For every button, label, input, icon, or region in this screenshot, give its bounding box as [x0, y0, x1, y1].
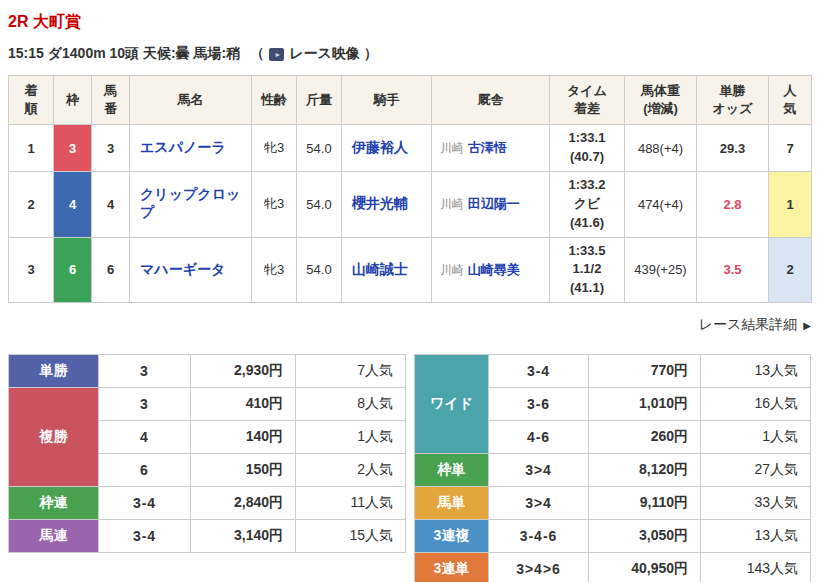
- trainer-link[interactable]: 古澤悟: [468, 140, 507, 155]
- popularity: 13人気: [701, 520, 811, 553]
- payout-table-right: ワイド 3-4 770円 13人気 3-6 1,010円 16人気 4-6 26…: [414, 354, 811, 582]
- jockey-link[interactable]: 櫻井光輔: [352, 195, 408, 211]
- popularity: 143人気: [701, 553, 811, 582]
- stable-cell: 川崎 田辺陽一: [432, 172, 550, 238]
- combination: 3-6: [489, 388, 589, 421]
- payout-amount: 9,110円: [589, 487, 701, 520]
- payout-amount: 2,840円: [191, 487, 296, 520]
- payout-amount: 150円: [191, 454, 296, 487]
- combination: 3: [99, 388, 191, 421]
- payout-section: 単勝 3 2,930円 7人気 複勝 3 410円 8人気 4 140円 1人気…: [8, 354, 811, 582]
- jockey-link[interactable]: 伊藤裕人: [352, 139, 408, 155]
- paren-close: ）: [364, 45, 378, 63]
- bet-type-tansho: 単勝: [9, 355, 99, 388]
- popularity: 11人気: [296, 487, 406, 520]
- race-video-label: レース映像: [289, 45, 360, 63]
- sex-age: 牝3: [252, 125, 297, 172]
- sex-age: 牝3: [252, 172, 297, 238]
- favorite-rank: 1: [769, 172, 812, 238]
- payout-amount: 3,140円: [191, 520, 296, 553]
- payout-amount: 770円: [589, 355, 701, 388]
- race-conditions: 15:15 ダ1400m 10頭 天候:曇 馬場:稍: [8, 45, 240, 63]
- col-header-weight: 斤量: [297, 76, 342, 125]
- popularity: 16人気: [701, 388, 811, 421]
- stable-area: 川崎: [440, 141, 464, 155]
- horse-number: 6: [92, 237, 130, 303]
- horse-link[interactable]: エスパノーラ: [140, 139, 226, 155]
- payout-amount: 8,120円: [589, 454, 701, 487]
- payout-row-umaren: 馬連 3-4 3,140円 15人気: [9, 520, 406, 553]
- favorite-rank: 2: [769, 237, 812, 303]
- race-detail-row: レース結果詳細▶: [8, 316, 811, 334]
- time-margin: 1:33.5 1.1/2 (41.1): [550, 237, 625, 303]
- payout-row-sanrenpuku: 3連複 3-4-6 3,050円 13人気: [415, 520, 811, 553]
- time-margin: 1:33.1 (40.7): [550, 125, 625, 172]
- stable-cell: 川崎 古澤悟: [432, 125, 550, 172]
- jockey-cell: 櫻井光輔: [342, 172, 432, 238]
- payout-row-umatan: 馬単 3>4 9,110円 33人気: [415, 487, 811, 520]
- horse-name-cell: マハーギータ: [130, 237, 252, 303]
- col-header-odds: 単勝 オッズ: [697, 76, 769, 125]
- col-header-jockey: 騎手: [342, 76, 432, 125]
- combination: 3: [99, 355, 191, 388]
- result-row-2: 2 4 4 クリップクロップ 牝3 54.0 櫻井光輔 川崎 田辺陽一 1:33…: [9, 172, 812, 238]
- bet-type-wakuren: 枠連: [9, 487, 99, 520]
- combination: 4-6: [489, 421, 589, 454]
- bet-type-wide: ワイド: [415, 355, 489, 454]
- payout-row-fukusho-1: 複勝 3 410円 8人気: [9, 388, 406, 421]
- col-header-horse-number: 馬 番: [92, 76, 130, 125]
- horse-number: 4: [92, 172, 130, 238]
- carried-weight: 54.0: [297, 125, 342, 172]
- jockey-cell: 山崎誠士: [342, 237, 432, 303]
- payout-amount: 1,010円: [589, 388, 701, 421]
- paren-open: （: [250, 45, 264, 63]
- horse-name-cell: クリップクロップ: [130, 172, 252, 238]
- finish-position: 2: [9, 172, 54, 238]
- stable-area: 川崎: [440, 197, 464, 211]
- payout-table-left: 単勝 3 2,930円 7人気 複勝 3 410円 8人気 4 140円 1人気…: [8, 354, 406, 553]
- payout-amount: 2,930円: [191, 355, 296, 388]
- horse-link[interactable]: マハーギータ: [140, 261, 225, 277]
- trainer-link[interactable]: 田辺陽一: [468, 196, 520, 211]
- payout-amount: 3,050円: [589, 520, 701, 553]
- col-header-stable: 厩舎: [432, 76, 550, 125]
- favorite-rank: 7: [769, 125, 812, 172]
- popularity: 7人気: [296, 355, 406, 388]
- payout-row-tansho: 単勝 3 2,930円 7人気: [9, 355, 406, 388]
- col-header-body-weight: 馬体重 (増減): [625, 76, 697, 125]
- time-margin: 1:33.2 クビ (41.6): [550, 172, 625, 238]
- combination: 3-4: [489, 355, 589, 388]
- result-header-row: 着 順 枠 馬 番 馬名 性齢 斤量 騎手 厩舎 タイム 着差 馬体重 (増減)…: [9, 76, 812, 125]
- payout-amount: 40,950円: [589, 553, 701, 582]
- race-result-detail-link[interactable]: レース結果詳細▶: [699, 316, 811, 332]
- payout-row-wide-1: ワイド 3-4 770円 13人気: [415, 355, 811, 388]
- payout-row-sanrentan: 3連単 3>4>6 40,950円 143人気: [415, 553, 811, 582]
- bet-type-fukusho: 複勝: [9, 388, 99, 487]
- combination: 3-4-6: [489, 520, 589, 553]
- stable-cell: 川崎 山崎尋美: [432, 237, 550, 303]
- col-header-time-margin: タイム 着差: [550, 76, 625, 125]
- jockey-link[interactable]: 山崎誠士: [352, 261, 408, 277]
- bracket-number: 6: [54, 237, 92, 303]
- bet-type-umaren: 馬連: [9, 520, 99, 553]
- race-title: 2R 大町賞: [8, 12, 811, 33]
- race-video-link[interactable]: ► レース映像: [264, 45, 360, 63]
- finish-position: 3: [9, 237, 54, 303]
- popularity: 2人気: [296, 454, 406, 487]
- popularity: 13人気: [701, 355, 811, 388]
- col-header-sex-age: 性齢: [252, 76, 297, 125]
- popularity: 1人気: [296, 421, 406, 454]
- bracket-number: 4: [54, 172, 92, 238]
- stable-area: 川崎: [440, 263, 464, 277]
- jockey-cell: 伊藤裕人: [342, 125, 432, 172]
- horse-number: 3: [92, 125, 130, 172]
- payout-amount: 260円: [589, 421, 701, 454]
- horse-link[interactable]: クリップクロップ: [140, 186, 240, 220]
- video-play-icon: ►: [269, 48, 284, 61]
- win-odds: 2.8: [697, 172, 769, 238]
- payout-row-wakuren: 枠連 3-4 2,840円 11人気: [9, 487, 406, 520]
- trainer-link[interactable]: 山崎尋美: [468, 262, 520, 277]
- col-header-finish: 着 順: [9, 76, 54, 125]
- popularity: 15人気: [296, 520, 406, 553]
- bet-type-wakutan: 枠単: [415, 454, 489, 487]
